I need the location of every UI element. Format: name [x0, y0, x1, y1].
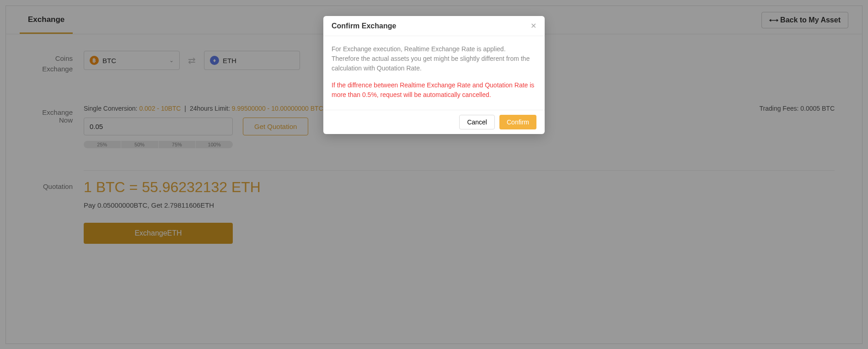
confirm-exchange-modal: Confirm Exchange ✕ For Exchange executio… — [323, 16, 545, 134]
cancel-button[interactable]: Cancel — [459, 115, 495, 129]
close-icon[interactable]: ✕ — [530, 21, 536, 30]
modal-footer: Cancel Confirm — [323, 110, 545, 134]
modal-body-line2: Therefore the actual assets you get migh… — [332, 54, 536, 73]
modal-warning: If the diffrence between Realtime Exchan… — [332, 81, 536, 100]
modal-header: Confirm Exchange ✕ — [323, 16, 545, 36]
modal-body: For Exchange execution, Realtime Exchang… — [323, 36, 545, 110]
modal-title: Confirm Exchange — [332, 22, 396, 30]
modal-body-line1: For Exchange execution, Realtime Exchang… — [332, 44, 536, 54]
confirm-button[interactable]: Confirm — [499, 115, 536, 129]
modal-overlay: Confirm Exchange ✕ For Exchange executio… — [0, 0, 868, 349]
